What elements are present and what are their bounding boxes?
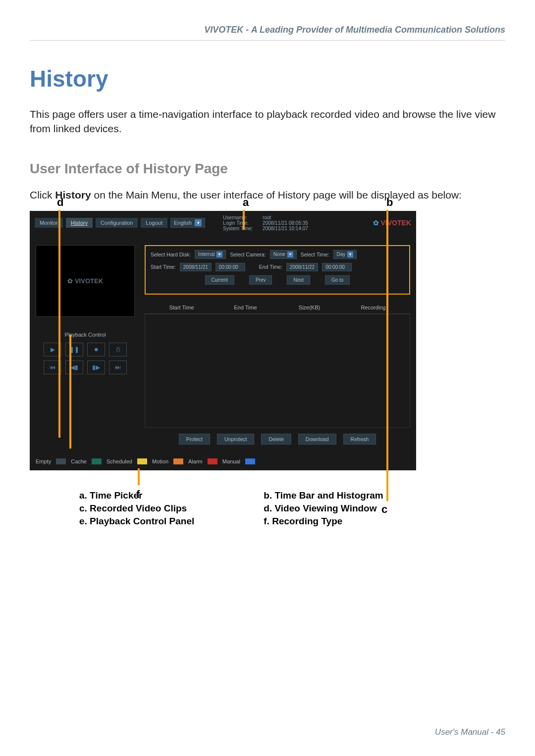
callout-a: a <box>243 196 249 209</box>
callout-line-a <box>243 210 245 230</box>
legend-alarm-label: Alarm <box>188 458 203 464</box>
language-value: English <box>174 220 192 226</box>
delete-button[interactable]: Delete <box>261 434 291 445</box>
pause-button[interactable]: ❚❚ <box>65 343 83 356</box>
col-end: End Time <box>214 304 277 310</box>
callout-c: c <box>381 503 387 516</box>
start-time-label: Start Time: <box>151 264 176 270</box>
swatch-scheduled <box>137 458 147 464</box>
leaf-icon: ✿ <box>67 277 73 285</box>
unprotect-button[interactable]: Unprotect <box>217 434 255 445</box>
subsection-title: User Interface of History Page <box>30 161 505 177</box>
screenshot-container: d a b e f c Monitor History Configuratio… <box>30 211 505 470</box>
brand-logo: ✿ VIVOTEK <box>373 219 411 227</box>
chevron-down-icon: ▾ <box>347 252 353 257</box>
leaf-icon: ✿ <box>373 219 379 227</box>
left-panel: ✿ VIVOTEK Playback Control ▶ ❚❚ ■ ⎙ <box>36 245 135 448</box>
swatch-alarm <box>208 458 217 464</box>
step-fwd-icon: ▮▶ <box>92 364 100 371</box>
right-panel: Select Hard Disk: Internal▾ Select Camer… <box>145 245 410 448</box>
page-header: VIVOTEK - A Leading Provider of Multimed… <box>30 25 505 41</box>
col-recording: Recording <box>341 304 405 310</box>
col-size: Size(KB) <box>277 304 341 310</box>
callout-f: f <box>136 488 140 501</box>
callout-line-d <box>58 210 60 438</box>
chevron-down-icon: ▾ <box>216 252 222 257</box>
clips-list[interactable] <box>145 314 410 428</box>
recording-type-legend: Empty Cache Scheduled Motion Alarm Manua… <box>30 454 416 470</box>
section-title-history: History <box>30 65 505 92</box>
protect-button[interactable]: Protect <box>179 434 210 445</box>
time-range-label: Select Time: <box>301 252 329 257</box>
chevron-down-icon: ▾ <box>195 219 202 226</box>
callout-line-f <box>138 468 140 485</box>
start-date-input[interactable]: 2008/11/21 <box>180 263 212 271</box>
snapshot-button[interactable]: ⎙ <box>109 343 127 356</box>
rewind-icon: ⏮ <box>50 364 55 371</box>
hard-disk-select[interactable]: Internal▾ <box>195 250 226 259</box>
start-time-input[interactable]: 00:00:00 <box>215 263 245 271</box>
time-range-select[interactable]: Day▾ <box>333 250 357 259</box>
step-back-icon: ◀▮ <box>70 364 78 371</box>
legend-empty-label: Empty <box>36 458 51 464</box>
end-date-input[interactable]: 2008/11/22 <box>286 263 318 271</box>
stop-button[interactable]: ■ <box>87 343 105 356</box>
current-button[interactable]: Current <box>205 275 234 285</box>
language-select[interactable]: English ▾ <box>170 218 205 228</box>
clips-columns: Start Time End Time Size(KB) Recording <box>145 302 410 314</box>
menu-bar: Monitor History Configuration Logout Eng… <box>30 211 416 235</box>
hard-disk-label: Select Hard Disk: <box>151 252 191 257</box>
annot-e: e. Playback Control Panel <box>79 516 194 527</box>
configuration-tab[interactable]: Configuration <box>96 218 138 228</box>
intro-text: This page offers user a time-navigation … <box>30 107 505 136</box>
goto-button[interactable]: Go to <box>325 275 350 285</box>
callout-b: b <box>386 196 393 209</box>
next-button[interactable]: Next <box>287 275 310 285</box>
play-icon: ▶ <box>51 346 55 353</box>
playback-controls: ▶ ❚❚ ■ ⎙ ⏮ ◀▮ ▮▶ ⏭ <box>36 343 135 374</box>
legend-motion-label: Motion <box>152 458 168 464</box>
subsection-intro: Click History on the Main Menu, the user… <box>30 189 505 201</box>
end-time-input[interactable]: 00:00:00 <box>322 263 352 271</box>
history-tab[interactable]: History <box>66 218 93 228</box>
step-back-button[interactable]: ◀▮ <box>65 360 83 374</box>
col-start: Start Time <box>150 304 214 310</box>
legend-manual-label: Manual <box>222 458 240 464</box>
callout-line-e <box>69 335 71 449</box>
legend-cache-label: Cache <box>71 458 87 464</box>
swatch-empty <box>56 458 66 464</box>
callout-line-b <box>386 210 388 501</box>
document-page: VIVOTEK - A Leading Provider of Multimed… <box>0 0 535 756</box>
refresh-button[interactable]: Refresh <box>343 434 376 445</box>
fast-forward-button[interactable]: ⏭ <box>109 360 127 374</box>
annot-b: b. Time Bar and Histogram <box>264 490 383 501</box>
swatch-manual <box>245 458 255 464</box>
callout-d: d <box>57 196 63 209</box>
download-button[interactable]: Download <box>298 434 336 445</box>
camera-icon: ⎙ <box>116 346 120 353</box>
camera-label: Select Camera: <box>230 252 266 257</box>
swatch-motion <box>173 458 183 464</box>
annotation-list: a. Time Picker c. Recorded Video Clips e… <box>79 490 505 527</box>
annot-c: c. Recorded Video Clips <box>79 503 194 514</box>
session-info: Username:root Login Time:2008/11/21 08:0… <box>223 215 308 231</box>
logout-button[interactable]: Logout <box>141 218 167 228</box>
main-area: ✿ VIVOTEK Playback Control ▶ ❚❚ ■ ⎙ <box>30 235 416 454</box>
annot-f: f. Recording Type <box>264 516 383 527</box>
legend-scheduled-label: Scheduled <box>107 458 132 464</box>
chevron-down-icon: ▾ <box>287 252 293 257</box>
camera-select[interactable]: None▾ <box>270 250 297 259</box>
stop-icon: ■ <box>94 346 98 353</box>
app-window: Monitor History Configuration Logout Eng… <box>30 211 416 470</box>
page-footer: User's Manual - 45 <box>435 727 505 737</box>
video-window: ✿ VIVOTEK <box>36 245 135 317</box>
playback-title: Playback Control <box>36 332 135 338</box>
step-forward-button[interactable]: ▮▶ <box>87 360 105 374</box>
swatch-cache <box>92 458 102 464</box>
ffwd-icon: ⏭ <box>115 364 121 371</box>
prev-button[interactable]: Prev <box>249 275 272 285</box>
annot-d: d. Video Viewing Window <box>264 503 383 514</box>
end-time-label: End Time: <box>259 264 282 270</box>
action-row: Protect Unprotect Delete Download Refres… <box>145 428 410 448</box>
time-picker: Select Hard Disk: Internal▾ Select Camer… <box>145 245 410 295</box>
